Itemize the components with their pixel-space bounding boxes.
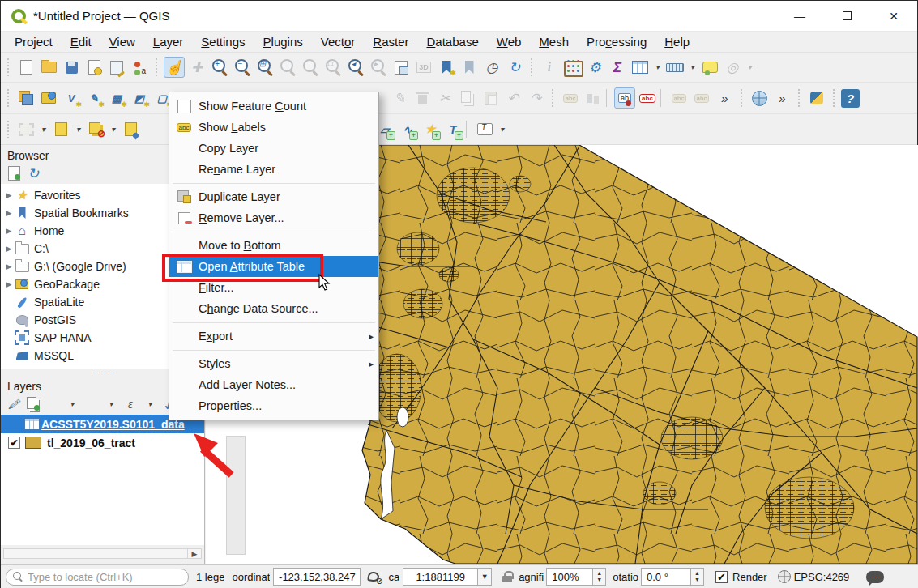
- map-themes-dropdown[interactable]: ▾: [63, 395, 81, 413]
- rotation-input[interactable]: [642, 571, 690, 583]
- select-by-location-icon[interactable]: [120, 119, 141, 140]
- menu-item-styles[interactable]: Styles ▸: [169, 353, 378, 374]
- rotation-spinner[interactable]: ▲▼: [691, 568, 704, 586]
- menu-item-rename-layer[interactable]: Rename Layer: [169, 159, 378, 180]
- rotation-box[interactable]: [641, 568, 691, 586]
- menu-item-show-labels[interactable]: Show Labels: [169, 117, 378, 138]
- zoom-next-icon[interactable]: ▸: [368, 57, 389, 78]
- refresh-map-icon[interactable]: ↻: [504, 57, 525, 78]
- new-spatial-bookmark-icon[interactable]: [436, 57, 457, 78]
- expand-arrow-icon[interactable]: ▶: [4, 227, 14, 235]
- copy-features-icon[interactable]: [457, 87, 478, 109]
- manage-map-themes-icon[interactable]: [44, 395, 62, 413]
- select-features-icon[interactable]: [15, 119, 36, 140]
- menubar-project[interactable]: Project: [6, 33, 62, 50]
- new-project-icon[interactable]: [15, 57, 36, 78]
- dock-horizontal-scrollbar[interactable]: ▶: [3, 547, 202, 560]
- maximize-button[interactable]: [823, 1, 870, 31]
- metasearch-icon[interactable]: [749, 87, 770, 109]
- coordinate-input[interactable]: [274, 571, 360, 583]
- zoom-last-icon[interactable]: ◂: [345, 57, 366, 78]
- layer-labeling-options-icon[interactable]: [560, 87, 581, 109]
- menubar-raster[interactable]: Raster: [364, 33, 417, 50]
- pan-map-icon[interactable]: ☝: [164, 57, 185, 78]
- select-by-form-dropdown[interactable]: ▾: [73, 119, 83, 140]
- menu-item-export[interactable]: Export ▸: [169, 326, 378, 347]
- cut-features-icon[interactable]: ✂: [434, 87, 455, 109]
- scale-input[interactable]: [403, 571, 477, 583]
- text-annotation-dropdown[interactable]: ▾: [497, 119, 507, 140]
- browser-filter-icon[interactable]: [44, 164, 62, 182]
- zoom-out-icon[interactable]: −: [232, 57, 253, 78]
- attribute-table-icon[interactable]: [630, 57, 651, 78]
- scrollbar-right-arrow-icon[interactable]: ▶: [188, 548, 202, 559]
- new-geopackage-layer-icon[interactable]: [38, 87, 59, 109]
- show-layout-manager-icon[interactable]: [106, 57, 127, 78]
- new-map-view-icon[interactable]: [391, 57, 412, 78]
- text-annotation-bubble-icon[interactable]: T: [474, 119, 495, 140]
- layer-item-tract[interactable]: ✔ tl_2019_06_tract: [1, 433, 204, 452]
- new-shapefile-layer-icon[interactable]: V: [61, 87, 82, 109]
- menu-item-remove-layer[interactable]: Remove Layer...: [169, 207, 378, 228]
- extents-icon[interactable]: [366, 570, 381, 583]
- data-source-manager-icon[interactable]: [15, 87, 36, 109]
- toggle-editing-icon[interactable]: ✎: [389, 87, 410, 109]
- filter-legend-icon[interactable]: [83, 395, 100, 413]
- redo-icon[interactable]: ↷: [525, 87, 546, 109]
- text-annotation-icon[interactable]: T: [442, 119, 463, 140]
- run-feature-action-dropdown[interactable]: ▾: [745, 57, 755, 78]
- python-console-icon[interactable]: [806, 87, 827, 109]
- menubar-mesh[interactable]: Mesh: [530, 33, 578, 50]
- expand-arrow-icon[interactable]: ▶: [4, 209, 14, 217]
- statistical-summary-icon[interactable]: Σ: [607, 57, 628, 78]
- select-features-dropdown[interactable]: ▾: [38, 119, 49, 140]
- pan-to-selection-icon[interactable]: ✚: [186, 57, 207, 78]
- expand-arrow-icon[interactable]: ▶: [4, 280, 14, 288]
- browser-collapse-all-icon[interactable]: [63, 164, 81, 182]
- menu-item-duplicate-layer[interactable]: Duplicate Layer: [169, 186, 378, 207]
- pin-labels-icon[interactable]: [668, 87, 690, 109]
- layer-styling-icon[interactable]: 🖉: [5, 395, 23, 413]
- menubar-plugins[interactable]: Plugins: [254, 33, 312, 50]
- run-feature-action-icon[interactable]: ◎: [722, 57, 743, 78]
- select-by-form-icon[interactable]: [50, 119, 71, 140]
- menubar-edit[interactable]: Edit: [62, 33, 100, 50]
- filter-by-expression-icon[interactable]: ε: [122, 395, 139, 413]
- menubar-view[interactable]: View: [100, 33, 144, 50]
- style-manager-icon[interactable]: [129, 57, 150, 78]
- new-3d-map-view-icon[interactable]: [413, 57, 434, 78]
- menu-item-open-attribute-table[interactable]: Open Attribute Table: [169, 256, 378, 277]
- undo-icon[interactable]: ↶: [502, 87, 523, 109]
- magnifier-input[interactable]: [547, 571, 592, 583]
- expand-arrow-icon[interactable]: ▶: [4, 191, 14, 199]
- scale-box[interactable]: [403, 568, 478, 586]
- locator-input[interactable]: [28, 571, 181, 583]
- crs-globe-icon[interactable]: [778, 570, 791, 583]
- open-project-icon[interactable]: [38, 57, 59, 78]
- zoom-to-layer-icon[interactable]: [300, 57, 321, 78]
- new-virtual-layer-icon[interactable]: ▦: [106, 87, 127, 109]
- zoom-native-icon[interactable]: 1:1: [322, 57, 344, 78]
- measure-dropdown[interactable]: ▾: [687, 57, 698, 78]
- expand-arrow-icon[interactable]: ▶: [4, 245, 14, 253]
- temporal-controller-icon[interactable]: ◷: [481, 57, 502, 78]
- menu-item-move-to-bottom[interactable]: Move to Bottom: [169, 235, 378, 256]
- layer-visibility-checkbox[interactable]: ✔: [8, 437, 20, 449]
- menu-item-add-layer-notes[interactable]: Add Layer Notes...: [169, 374, 378, 395]
- field-calculator-icon[interactable]: [561, 57, 583, 78]
- toolbar-overflow-chevron[interactable]: »: [714, 87, 735, 109]
- attribute-table-dropdown[interactable]: ▾: [652, 57, 663, 78]
- new-print-layout-icon[interactable]: [83, 57, 105, 78]
- zoom-in-icon[interactable]: +: [209, 57, 230, 78]
- layer-labeling-icon[interactable]: [614, 87, 635, 109]
- minimize-button[interactable]: —: [776, 1, 823, 31]
- show-hidden-labels-icon[interactable]: [691, 87, 712, 109]
- deselect-features-icon[interactable]: [85, 119, 106, 140]
- magnifier-box[interactable]: [546, 568, 593, 586]
- menubar-web[interactable]: Web: [488, 33, 531, 50]
- filter-expression-dropdown[interactable]: ▾: [141, 395, 159, 413]
- menubar-database[interactable]: Database: [418, 33, 488, 50]
- lock-scale-icon[interactable]: [502, 571, 512, 582]
- browser-add-selected-icon[interactable]: [5, 164, 23, 182]
- messages-icon[interactable]: ···: [866, 571, 884, 583]
